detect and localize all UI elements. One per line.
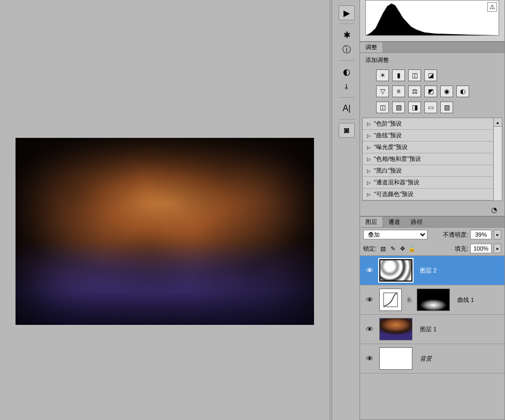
visibility-toggle-icon[interactable]: 👁 — [363, 266, 376, 275]
layer-name-label[interactable]: 图层 1 — [420, 325, 437, 333]
adjustments-tab-bar: 调整 — [360, 42, 504, 53]
text-icon[interactable]: A| — [339, 101, 355, 116]
helm-icon[interactable]: ✱ — [339, 27, 355, 42]
threshold-icon[interactable]: ◨ — [408, 102, 421, 113]
tab-adjustments[interactable]: 调整 — [360, 42, 383, 52]
histogram-display[interactable] — [365, 0, 499, 36]
selective-color-icon[interactable]: ▧ — [440, 102, 453, 113]
adjustments-title: 添加调整 — [360, 53, 504, 67]
visibility-toggle-icon[interactable]: 👁 — [363, 354, 376, 363]
curves-icon[interactable]: ◫ — [408, 69, 421, 81]
layer-name-label[interactable]: 曲线 1 — [457, 296, 474, 304]
preset-label: "黑白"预设 — [374, 167, 402, 175]
lock-transparency-icon[interactable]: ▧ — [379, 245, 387, 252]
layer-item-layer1[interactable]: 👁 图层 1 — [360, 315, 504, 344]
color-icon[interactable]: ◐ — [339, 64, 355, 79]
lock-paint-icon[interactable]: ✎ — [388, 245, 397, 252]
adjustment-icon-row-2: ▽ ≡ ⚖ ◩ ◉ ◐ — [371, 83, 504, 99]
layers-panel: 图层 通道 路径 叠加 不透明度: ▸ 锁定: ▧ ✎ ✥ 🔒 填充: ▸ — [359, 216, 505, 420]
tab-channels[interactable]: 通道 — [383, 217, 405, 227]
preset-scrollbar[interactable]: ▴ — [493, 118, 502, 200]
tab-paths[interactable]: 路径 — [405, 217, 428, 227]
chevron-right-icon: ▷ — [367, 121, 371, 127]
gradient-map-icon[interactable]: ▭ — [424, 102, 437, 113]
layer-thumbnail[interactable] — [379, 347, 412, 370]
preset-selective-color[interactable]: ▷"可选颜色"预设 — [363, 189, 502, 200]
chevron-right-icon: ▷ — [367, 133, 371, 138]
adjustments-footer: ◔ — [360, 203, 504, 216]
fill-input[interactable] — [470, 244, 492, 253]
channel-mixer-icon[interactable]: ◐ — [456, 85, 469, 97]
layer-item-curves1[interactable]: 👁 ⎘ 曲线 1 — [360, 285, 504, 315]
preset-curves[interactable]: ▷"曲线"预设 — [363, 130, 502, 142]
chevron-right-icon: ▷ — [367, 157, 371, 162]
posterize-icon[interactable]: ▨ — [392, 102, 405, 113]
link-icon[interactable]: ⎘ — [405, 297, 414, 303]
layer-item-background[interactable]: 👁 背景 — [360, 344, 504, 374]
hue-saturation-icon[interactable]: ≡ — [392, 85, 405, 97]
invert-icon[interactable]: ◫ — [376, 102, 389, 113]
lock-position-icon[interactable]: ✥ — [398, 245, 407, 252]
mask-thumbnail[interactable] — [417, 289, 450, 311]
document-canvas[interactable] — [16, 138, 314, 325]
svg-rect-0 — [384, 293, 397, 307]
color-balance-icon[interactable]: ⚖ — [408, 85, 421, 97]
opacity-flyout-icon[interactable]: ▸ — [494, 230, 501, 239]
dock-separator — [339, 97, 355, 98]
photo-filter-icon[interactable]: ◉ — [440, 85, 453, 97]
preset-levels[interactable]: ▷"色阶"预设 — [363, 118, 502, 130]
preset-black-white[interactable]: ▷"黑白"预设 — [363, 165, 502, 177]
preset-channel-mixer[interactable]: ▷"通道混和器"预设 — [363, 177, 502, 189]
visibility-toggle-icon[interactable]: 👁 — [363, 325, 376, 333]
vibrance-icon[interactable]: ▽ — [376, 85, 389, 97]
lock-all-icon[interactable]: 🔒 — [408, 245, 416, 252]
histogram-panel: ⚠ — [359, 0, 505, 42]
levels-icon[interactable]: ▮ — [392, 69, 405, 81]
opacity-input[interactable] — [470, 230, 492, 239]
layer-list: 👁 图层 2 👁 ⎘ 曲线 1 👁 图层 1 👁 — [360, 256, 504, 419]
layer-thumbnail[interactable] — [379, 318, 412, 340]
fill-flyout-icon[interactable]: ▸ — [494, 244, 501, 253]
exposure-icon[interactable]: ◪ — [424, 69, 437, 81]
preset-label: "曝光度"预设 — [374, 143, 408, 151]
adjustments-panel: 调整 添加调整 ☀ ▮ ◫ ◪ ▽ ≡ ⚖ ◩ ◉ ◐ ◫ ▨ ◨ ▭ ▧ ▷"… — [359, 42, 505, 216]
layer-thumbnail[interactable] — [379, 259, 412, 282]
histogram-warning-icon[interactable]: ⚠ — [487, 2, 497, 12]
mask-toggle-icon[interactable]: ◔ — [488, 205, 499, 214]
camera-icon[interactable]: ◙ — [339, 123, 355, 138]
panel-divider[interactable] — [330, 0, 332, 420]
preset-list: ▷"色阶"预设 ▷"曲线"预设 ▷"曝光度"预设 ▷"色相/饱和度"预设 ▷"黑… — [362, 118, 502, 201]
connector-icon[interactable]: ⫰ — [339, 79, 355, 94]
layer-blend-row: 叠加 不透明度: ▸ — [360, 228, 504, 242]
preset-exposure[interactable]: ▷"曝光度"预设 — [363, 142, 502, 153]
canvas-area — [0, 0, 329, 420]
lock-icons-group: ▧ ✎ ✥ 🔒 — [379, 245, 416, 252]
layers-tab-bar: 图层 通道 路径 — [360, 217, 504, 228]
tab-layers[interactable]: 图层 — [360, 217, 383, 227]
layer-name-label[interactable]: 背景 — [420, 355, 432, 363]
chevron-right-icon: ▷ — [367, 145, 371, 150]
visibility-toggle-icon[interactable]: 👁 — [363, 295, 376, 304]
layer-item-layer2[interactable]: 👁 图层 2 — [360, 256, 504, 285]
adjustment-thumbnail[interactable] — [379, 289, 402, 311]
brightness-contrast-icon[interactable]: ☀ — [376, 69, 389, 81]
lock-label: 锁定: — [363, 245, 377, 253]
blend-mode-select[interactable]: 叠加 — [363, 230, 427, 239]
scroll-up-icon[interactable]: ▴ — [494, 118, 502, 127]
preset-hue-saturation[interactable]: ▷"色相/饱和度"预设 — [363, 153, 502, 165]
tool-dock: ▶ ✱ ⓘ ◐ ⫰ A| ◙ — [337, 0, 356, 420]
preset-label: "色阶"预设 — [374, 120, 402, 128]
chevron-right-icon: ▷ — [367, 192, 371, 197]
preset-label: "可选颜色"预设 — [374, 190, 414, 198]
opacity-label: 不透明度: — [443, 231, 468, 239]
dock-separator — [339, 119, 355, 120]
panels-column: ⚠ 调整 添加调整 ☀ ▮ ◫ ◪ ▽ ≡ ⚖ ◩ ◉ ◐ ◫ ▨ ◨ ▭ ▧ — [359, 0, 505, 420]
layer-lock-row: 锁定: ▧ ✎ ✥ 🔒 填充: ▸ — [360, 242, 504, 256]
black-white-icon[interactable]: ◩ — [424, 85, 437, 97]
dock-separator — [339, 60, 355, 61]
chevron-right-icon: ▷ — [367, 180, 371, 185]
info-icon[interactable]: ⓘ — [339, 42, 355, 57]
layer-name-label[interactable]: 图层 2 — [420, 267, 437, 275]
canvas-vignette — [16, 138, 314, 325]
play-icon[interactable]: ▶ — [339, 5, 355, 20]
